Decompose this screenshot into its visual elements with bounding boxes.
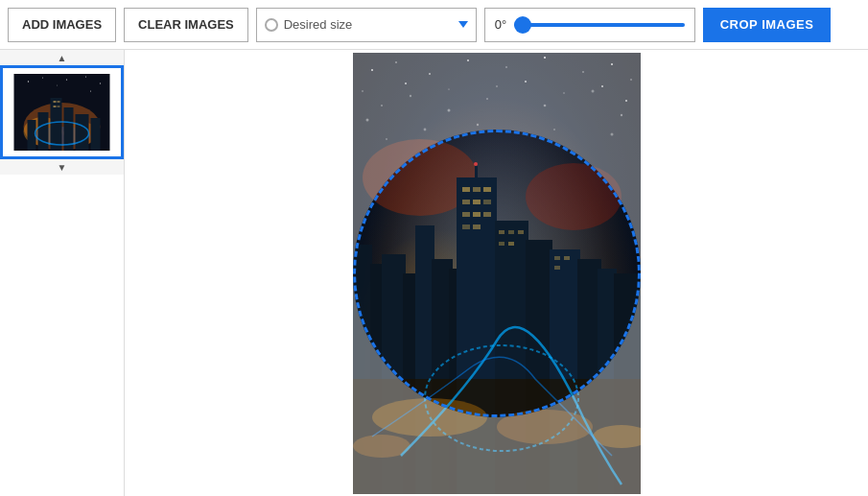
thumbnail-item[interactable] <box>0 65 124 159</box>
svg-rect-21 <box>58 106 60 107</box>
thumbnail-image <box>9 74 115 151</box>
svg-rect-19 <box>58 101 60 103</box>
svg-rect-89 <box>518 230 524 234</box>
main-area: ▲ <box>0 50 868 496</box>
svg-point-97 <box>497 410 593 444</box>
scroll-up-arrow[interactable]: ▲ <box>0 50 124 65</box>
svg-point-5 <box>100 83 101 83</box>
svg-point-80 <box>474 162 478 166</box>
svg-rect-17 <box>91 118 101 151</box>
add-images-button[interactable]: ADD IMAGES <box>8 8 116 42</box>
svg-rect-87 <box>499 230 504 234</box>
svg-rect-79 <box>475 166 478 179</box>
svg-point-1 <box>28 81 29 82</box>
svg-rect-74 <box>462 212 470 217</box>
svg-point-59 <box>526 163 622 230</box>
svg-point-7 <box>90 91 91 92</box>
svg-point-3 <box>66 79 67 80</box>
svg-rect-92 <box>554 256 560 260</box>
svg-rect-90 <box>499 242 504 246</box>
svg-rect-76 <box>483 212 491 217</box>
svg-point-4 <box>85 77 86 78</box>
clear-images-button[interactable]: CLEAR IMAGES <box>124 8 248 42</box>
scroll-down-arrow[interactable]: ▼ <box>0 159 124 175</box>
svg-rect-20 <box>54 106 57 107</box>
svg-rect-94 <box>554 266 560 270</box>
rotation-slider[interactable] <box>514 23 685 27</box>
svg-rect-75 <box>473 212 481 217</box>
desired-size-label: Desired size <box>284 17 453 32</box>
svg-rect-72 <box>473 200 481 204</box>
image-sidebar[interactable]: ▲ <box>0 50 125 496</box>
canvas-area <box>125 50 868 496</box>
svg-rect-70 <box>483 187 491 192</box>
svg-rect-68 <box>462 187 470 192</box>
svg-rect-71 <box>462 200 470 204</box>
svg-rect-93 <box>564 256 570 260</box>
svg-point-6 <box>57 85 58 86</box>
svg-rect-18 <box>54 101 57 103</box>
svg-rect-69 <box>473 187 481 192</box>
svg-rect-77 <box>462 224 470 229</box>
rotation-value-label: 0° <box>495 17 506 32</box>
svg-rect-78 <box>473 224 481 229</box>
svg-rect-73 <box>483 200 491 204</box>
image-container <box>353 53 641 494</box>
svg-rect-88 <box>508 230 514 234</box>
svg-rect-14 <box>38 112 49 151</box>
chevron-down-icon[interactable] <box>458 21 468 28</box>
main-image <box>353 53 641 494</box>
svg-rect-91 <box>508 242 514 246</box>
svg-point-2 <box>42 78 43 79</box>
rotation-control: 0° <box>484 8 695 42</box>
svg-rect-15 <box>76 114 89 151</box>
desired-size-icon <box>265 18 278 32</box>
crop-images-button[interactable]: CROP IMAGES <box>703 8 832 42</box>
toolbar: ADD IMAGES CLEAR IMAGES Desired size 0° … <box>0 0 868 50</box>
desired-size-dropdown[interactable]: Desired size <box>256 8 477 42</box>
